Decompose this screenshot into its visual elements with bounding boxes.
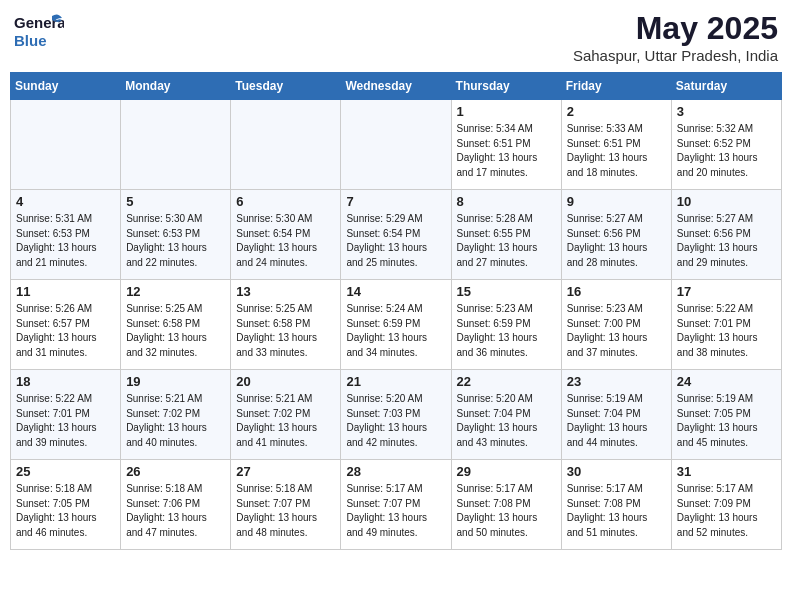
day-number: 28 <box>346 464 445 479</box>
calendar-cell: 2Sunrise: 5:33 AMSunset: 6:51 PMDaylight… <box>561 100 671 190</box>
day-number: 5 <box>126 194 225 209</box>
calendar-cell: 25Sunrise: 5:18 AMSunset: 7:05 PMDayligh… <box>11 460 121 550</box>
calendar-week-row: 4Sunrise: 5:31 AMSunset: 6:53 PMDaylight… <box>11 190 782 280</box>
weekday-header: Wednesday <box>341 73 451 100</box>
logo: GeneralBlue <box>14 10 64 52</box>
day-number: 16 <box>567 284 666 299</box>
calendar-table: SundayMondayTuesdayWednesdayThursdayFrid… <box>10 72 782 550</box>
cell-info: Sunrise: 5:17 AMSunset: 7:07 PMDaylight:… <box>346 482 445 540</box>
cell-info: Sunrise: 5:19 AMSunset: 7:04 PMDaylight:… <box>567 392 666 450</box>
logo-icon: GeneralBlue <box>14 10 64 52</box>
calendar-cell: 29Sunrise: 5:17 AMSunset: 7:08 PMDayligh… <box>451 460 561 550</box>
weekday-header: Thursday <box>451 73 561 100</box>
day-number: 3 <box>677 104 776 119</box>
calendar-cell: 1Sunrise: 5:34 AMSunset: 6:51 PMDaylight… <box>451 100 561 190</box>
calendar-cell: 5Sunrise: 5:30 AMSunset: 6:53 PMDaylight… <box>121 190 231 280</box>
cell-info: Sunrise: 5:24 AMSunset: 6:59 PMDaylight:… <box>346 302 445 360</box>
calendar-cell: 21Sunrise: 5:20 AMSunset: 7:03 PMDayligh… <box>341 370 451 460</box>
calendar-cell: 28Sunrise: 5:17 AMSunset: 7:07 PMDayligh… <box>341 460 451 550</box>
calendar-cell: 20Sunrise: 5:21 AMSunset: 7:02 PMDayligh… <box>231 370 341 460</box>
calendar-cell <box>121 100 231 190</box>
day-number: 22 <box>457 374 556 389</box>
day-number: 11 <box>16 284 115 299</box>
cell-info: Sunrise: 5:17 AMSunset: 7:09 PMDaylight:… <box>677 482 776 540</box>
calendar-cell: 22Sunrise: 5:20 AMSunset: 7:04 PMDayligh… <box>451 370 561 460</box>
weekday-header: Tuesday <box>231 73 341 100</box>
cell-info: Sunrise: 5:18 AMSunset: 7:05 PMDaylight:… <box>16 482 115 540</box>
cell-info: Sunrise: 5:20 AMSunset: 7:04 PMDaylight:… <box>457 392 556 450</box>
calendar-cell <box>11 100 121 190</box>
calendar-cell: 24Sunrise: 5:19 AMSunset: 7:05 PMDayligh… <box>671 370 781 460</box>
day-number: 12 <box>126 284 225 299</box>
day-number: 29 <box>457 464 556 479</box>
cell-info: Sunrise: 5:30 AMSunset: 6:53 PMDaylight:… <box>126 212 225 270</box>
calendar-cell: 30Sunrise: 5:17 AMSunset: 7:08 PMDayligh… <box>561 460 671 550</box>
calendar-cell <box>231 100 341 190</box>
day-number: 17 <box>677 284 776 299</box>
weekday-header: Sunday <box>11 73 121 100</box>
svg-text:Blue: Blue <box>14 32 47 49</box>
cell-info: Sunrise: 5:21 AMSunset: 7:02 PMDaylight:… <box>126 392 225 450</box>
calendar-cell: 4Sunrise: 5:31 AMSunset: 6:53 PMDaylight… <box>11 190 121 280</box>
weekday-header: Monday <box>121 73 231 100</box>
weekday-header-row: SundayMondayTuesdayWednesdayThursdayFrid… <box>11 73 782 100</box>
calendar-cell <box>341 100 451 190</box>
calendar-cell: 15Sunrise: 5:23 AMSunset: 6:59 PMDayligh… <box>451 280 561 370</box>
day-number: 31 <box>677 464 776 479</box>
day-number: 2 <box>567 104 666 119</box>
cell-info: Sunrise: 5:18 AMSunset: 7:06 PMDaylight:… <box>126 482 225 540</box>
month-title: May 2025 <box>573 10 778 47</box>
location: Sahaspur, Uttar Pradesh, India <box>573 47 778 64</box>
calendar-cell: 10Sunrise: 5:27 AMSunset: 6:56 PMDayligh… <box>671 190 781 280</box>
weekday-header: Saturday <box>671 73 781 100</box>
cell-info: Sunrise: 5:22 AMSunset: 7:01 PMDaylight:… <box>677 302 776 360</box>
cell-info: Sunrise: 5:26 AMSunset: 6:57 PMDaylight:… <box>16 302 115 360</box>
cell-info: Sunrise: 5:17 AMSunset: 7:08 PMDaylight:… <box>457 482 556 540</box>
calendar-cell: 3Sunrise: 5:32 AMSunset: 6:52 PMDaylight… <box>671 100 781 190</box>
title-block: May 2025 Sahaspur, Uttar Pradesh, India <box>573 10 778 64</box>
calendar-week-row: 11Sunrise: 5:26 AMSunset: 6:57 PMDayligh… <box>11 280 782 370</box>
calendar-cell: 12Sunrise: 5:25 AMSunset: 6:58 PMDayligh… <box>121 280 231 370</box>
calendar-cell: 8Sunrise: 5:28 AMSunset: 6:55 PMDaylight… <box>451 190 561 280</box>
day-number: 25 <box>16 464 115 479</box>
calendar-week-row: 25Sunrise: 5:18 AMSunset: 7:05 PMDayligh… <box>11 460 782 550</box>
calendar-cell: 27Sunrise: 5:18 AMSunset: 7:07 PMDayligh… <box>231 460 341 550</box>
cell-info: Sunrise: 5:23 AMSunset: 6:59 PMDaylight:… <box>457 302 556 360</box>
cell-info: Sunrise: 5:28 AMSunset: 6:55 PMDaylight:… <box>457 212 556 270</box>
day-number: 26 <box>126 464 225 479</box>
calendar-cell: 31Sunrise: 5:17 AMSunset: 7:09 PMDayligh… <box>671 460 781 550</box>
day-number: 18 <box>16 374 115 389</box>
calendar-week-row: 1Sunrise: 5:34 AMSunset: 6:51 PMDaylight… <box>11 100 782 190</box>
day-number: 6 <box>236 194 335 209</box>
cell-info: Sunrise: 5:18 AMSunset: 7:07 PMDaylight:… <box>236 482 335 540</box>
calendar-cell: 9Sunrise: 5:27 AMSunset: 6:56 PMDaylight… <box>561 190 671 280</box>
day-number: 7 <box>346 194 445 209</box>
cell-info: Sunrise: 5:34 AMSunset: 6:51 PMDaylight:… <box>457 122 556 180</box>
cell-info: Sunrise: 5:32 AMSunset: 6:52 PMDaylight:… <box>677 122 776 180</box>
day-number: 20 <box>236 374 335 389</box>
cell-info: Sunrise: 5:21 AMSunset: 7:02 PMDaylight:… <box>236 392 335 450</box>
cell-info: Sunrise: 5:30 AMSunset: 6:54 PMDaylight:… <box>236 212 335 270</box>
cell-info: Sunrise: 5:23 AMSunset: 7:00 PMDaylight:… <box>567 302 666 360</box>
day-number: 1 <box>457 104 556 119</box>
day-number: 10 <box>677 194 776 209</box>
calendar-cell: 18Sunrise: 5:22 AMSunset: 7:01 PMDayligh… <box>11 370 121 460</box>
cell-info: Sunrise: 5:31 AMSunset: 6:53 PMDaylight:… <box>16 212 115 270</box>
day-number: 4 <box>16 194 115 209</box>
page-header: GeneralBlue May 2025 Sahaspur, Uttar Pra… <box>10 10 782 64</box>
day-number: 24 <box>677 374 776 389</box>
calendar-cell: 11Sunrise: 5:26 AMSunset: 6:57 PMDayligh… <box>11 280 121 370</box>
day-number: 27 <box>236 464 335 479</box>
cell-info: Sunrise: 5:27 AMSunset: 6:56 PMDaylight:… <box>567 212 666 270</box>
cell-info: Sunrise: 5:33 AMSunset: 6:51 PMDaylight:… <box>567 122 666 180</box>
day-number: 8 <box>457 194 556 209</box>
calendar-cell: 26Sunrise: 5:18 AMSunset: 7:06 PMDayligh… <box>121 460 231 550</box>
cell-info: Sunrise: 5:29 AMSunset: 6:54 PMDaylight:… <box>346 212 445 270</box>
cell-info: Sunrise: 5:20 AMSunset: 7:03 PMDaylight:… <box>346 392 445 450</box>
calendar-cell: 16Sunrise: 5:23 AMSunset: 7:00 PMDayligh… <box>561 280 671 370</box>
cell-info: Sunrise: 5:27 AMSunset: 6:56 PMDaylight:… <box>677 212 776 270</box>
cell-info: Sunrise: 5:19 AMSunset: 7:05 PMDaylight:… <box>677 392 776 450</box>
day-number: 13 <box>236 284 335 299</box>
cell-info: Sunrise: 5:17 AMSunset: 7:08 PMDaylight:… <box>567 482 666 540</box>
day-number: 15 <box>457 284 556 299</box>
